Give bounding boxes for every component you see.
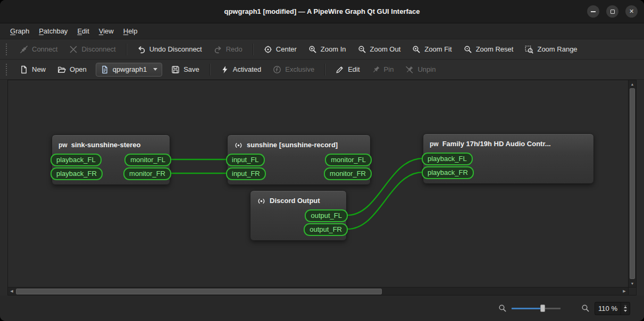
port-monitor-fl[interactable]: monitor_FL (124, 154, 171, 166)
titlebar[interactable]: qpwgraph1 [modified] — A PipeWire Graph … (0, 0, 644, 23)
record-app-icon (234, 141, 243, 150)
activated-label: Activated (233, 65, 261, 73)
scrollbar-corner (629, 288, 637, 295)
node-sunshine-record[interactable]: sunshine [sunshine-record] input_FL inpu… (227, 134, 371, 185)
port-playback-fr[interactable]: playback_FR (422, 166, 474, 179)
port-playback-fl[interactable]: playback_FL (422, 153, 473, 165)
node-header: Discord Output (250, 191, 346, 209)
node-title: Discord Output (270, 196, 320, 206)
port-input-fl[interactable]: input_FL (226, 154, 265, 166)
statusbar: 110 % (0, 295, 644, 321)
port-input-fr[interactable]: input_FR (226, 167, 266, 180)
new-label: New (32, 65, 46, 73)
connect-icon (20, 45, 28, 54)
connect-label: Connect (32, 45, 57, 53)
graph-canvas[interactable]: sink-sunshine-stereo playback_FL playbac… (7, 80, 629, 288)
minimize-button[interactable] (587, 5, 599, 18)
zoom-range-button[interactable]: Zoom Range (520, 42, 582, 57)
unpin-button[interactable]: Unpin (400, 62, 441, 77)
node-ports: playback_FL playback_FR (423, 153, 593, 183)
save-icon (171, 65, 180, 74)
spin-buttons (621, 302, 630, 315)
exclusive-label: Exclusive (285, 65, 314, 73)
port-monitor-fr[interactable]: monitor_FR (123, 167, 171, 180)
save-label: Save (183, 65, 199, 73)
zoom-range-label: Zoom Range (537, 45, 577, 53)
menu-help[interactable]: Help (119, 26, 143, 37)
disconnect-icon (69, 45, 78, 54)
toolbar-drag-handle[interactable] (6, 44, 9, 55)
zoom-reset-button[interactable]: Zoom Reset (458, 42, 519, 57)
toolbar-drag-handle[interactable] (6, 64, 9, 75)
zoom-slider[interactable] (512, 304, 561, 312)
unpin-label: Unpin (417, 65, 436, 73)
horizontal-scrollbar-handle[interactable] (16, 289, 382, 294)
zoom-decrement-button[interactable] (624, 310, 627, 312)
zoom-spinbox[interactable]: 110 % (595, 302, 630, 315)
undo-disconnect-button[interactable]: Undo Disconnect (132, 42, 207, 57)
port-output-fl[interactable]: output_FL (305, 209, 348, 222)
zoom-out-label: Zoom Out (370, 45, 401, 53)
zoom-out-icon (358, 45, 366, 54)
zoom-fit-icon (412, 45, 421, 54)
disconnect-label: Disconnect (81, 45, 115, 53)
zoom-slider-track-filled (512, 308, 542, 309)
node-title: sunshine [sunshine-record] (247, 140, 338, 150)
node-ports: output_FL output_FR (250, 209, 346, 240)
exclusive-button[interactable]: Exclusive (267, 62, 320, 77)
port-monitor-fr[interactable]: monitor_FR (324, 167, 372, 180)
node-sink-sunshine-stereo[interactable]: sink-sunshine-stereo playback_FL playbac… (52, 134, 170, 185)
node-title: sink-sunshine-stereo (71, 140, 141, 150)
new-button[interactable]: New (14, 62, 51, 77)
zoom-slider-track (542, 308, 561, 309)
node-title: Family 17h/19h HD Audio Contr... (442, 139, 551, 149)
disconnect-button[interactable]: Disconnect (64, 42, 121, 57)
open-folder-icon (57, 65, 66, 74)
scroll-down-arrow[interactable] (629, 280, 636, 287)
menu-graph[interactable]: Graph (5, 26, 34, 37)
zoom-reset-label: Zoom Reset (476, 45, 514, 53)
vertical-scrollbar-handle[interactable] (630, 88, 635, 279)
open-button[interactable]: Open (52, 62, 92, 77)
node-family-hd-audio[interactable]: Family 17h/19h HD Audio Contr... playbac… (423, 133, 594, 184)
pin-button[interactable]: Pin (366, 62, 399, 77)
node-discord-output[interactable]: Discord Output output_FL output_FR (250, 190, 347, 241)
node-header: sink-sunshine-stereo (52, 135, 170, 154)
center-button[interactable]: Center (258, 42, 302, 57)
window-title: qpwgraph1 [modified] — A PipeWire Graph … (224, 7, 420, 15)
edit-button[interactable]: Edit (330, 62, 365, 77)
maximize-button[interactable] (606, 5, 618, 18)
maximize-icon (610, 10, 615, 14)
scroll-left-arrow[interactable] (8, 288, 15, 295)
scroll-right-arrow[interactable] (621, 288, 628, 295)
vertical-scrollbar[interactable] (629, 80, 637, 288)
zoom-out-button[interactable]: Zoom Out (353, 42, 406, 57)
port-playback-fl[interactable]: playback_FL (51, 154, 102, 166)
zoom-increment-button[interactable] (624, 305, 627, 308)
node-header: sunshine [sunshine-record] (228, 135, 370, 154)
close-button[interactable] (625, 5, 638, 18)
undo-disconnect-label: Undo Disconnect (149, 45, 202, 53)
menu-view[interactable]: View (94, 26, 119, 37)
menu-edit[interactable]: Edit (72, 26, 94, 37)
zoom-slider-thumb[interactable] (540, 305, 545, 312)
menu-graph-label: Graph (10, 27, 29, 35)
port-output-fr[interactable]: output_FR (304, 223, 348, 236)
zoom-value[interactable]: 110 % (595, 302, 621, 315)
redo-button[interactable]: Redo (208, 42, 248, 57)
port-monitor-fl[interactable]: monitor_FL (325, 154, 372, 166)
port-playback-fr[interactable]: playback_FR (51, 167, 103, 180)
connect-button[interactable]: Connect (14, 42, 63, 57)
zoom-in-button[interactable]: Zoom In (303, 42, 352, 57)
session-combobox[interactable]: qpwgraph1 (96, 63, 162, 77)
center-label: Center (276, 45, 297, 53)
horizontal-scrollbar[interactable] (7, 288, 629, 295)
menu-patchbay[interactable]: Patchbay (34, 26, 72, 37)
zoom-fit-button[interactable]: Zoom Fit (407, 42, 457, 57)
activated-button[interactable]: Activated (215, 62, 266, 77)
toolbar-separator (253, 44, 254, 55)
save-button[interactable]: Save (166, 62, 205, 77)
pipewire-icon (430, 140, 439, 149)
scroll-up-arrow[interactable] (629, 80, 636, 88)
canvas-area: sink-sunshine-stereo playback_FL playbac… (7, 80, 637, 295)
